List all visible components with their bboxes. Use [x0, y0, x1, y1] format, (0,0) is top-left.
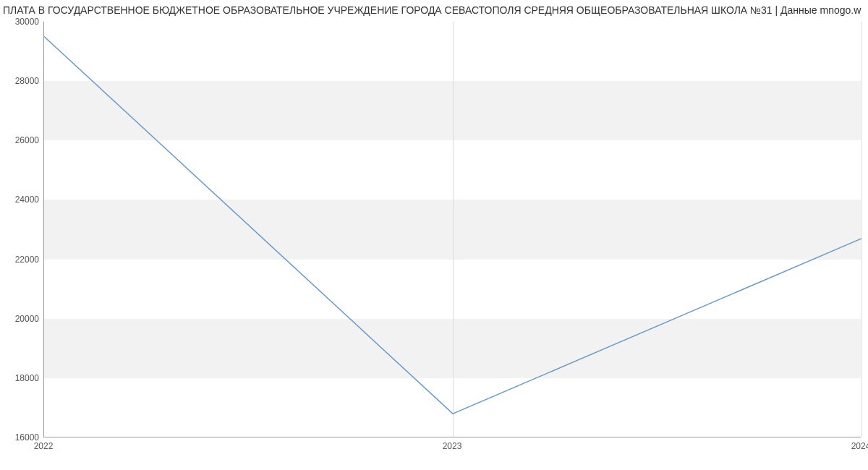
y-tick-label: 20000 [15, 314, 39, 324]
plot-area [43, 22, 861, 437]
x-tick-label: 2022 [34, 441, 54, 451]
x-tick-label: 2023 [443, 441, 462, 451]
y-tick-label: 18000 [15, 373, 39, 383]
grid-vline [861, 22, 862, 437]
x-tick-label: 2024 [851, 441, 868, 451]
chart-title: ПЛАТА В ГОСУДАРСТВЕННОЕ БЮДЖЕТНОЕ ОБРАЗО… [0, 4, 868, 16]
y-tick-label: 30000 [15, 17, 39, 27]
y-tick-label: 28000 [15, 76, 39, 86]
y-tick-label: 24000 [15, 195, 39, 205]
y-tick-label: 26000 [15, 135, 39, 145]
chart-container: ПЛАТА В ГОСУДАРСТВЕННОЕ БЮДЖЕТНОЕ ОБРАЗО… [0, 0, 868, 470]
y-tick-label: 22000 [15, 255, 39, 265]
line-layer [44, 22, 861, 437]
series-line [44, 37, 861, 414]
